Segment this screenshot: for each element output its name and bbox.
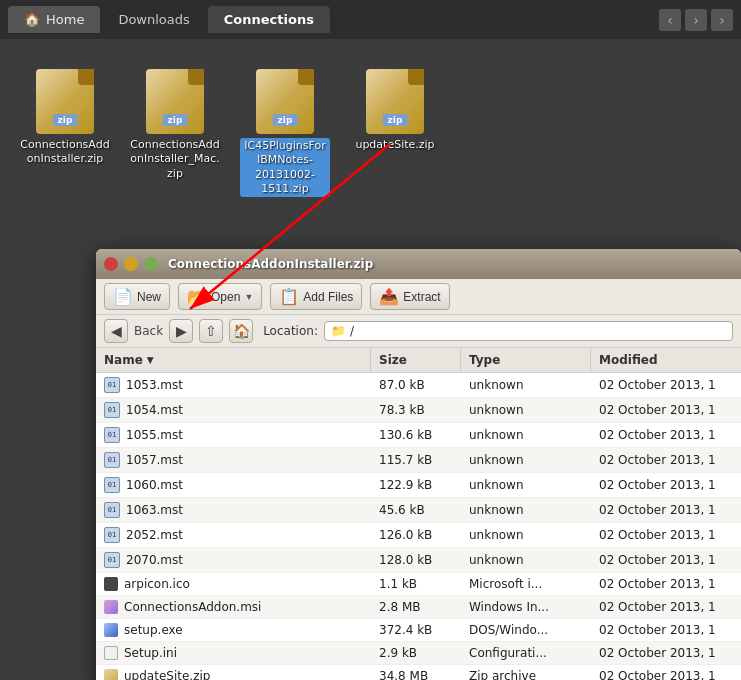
file-name: 1055.mst [126,428,183,442]
exe-file-icon [104,623,118,637]
zip-icon-4: zip [366,69,424,134]
zip-badge-1: zip [53,114,78,126]
zip-body-1: zip [36,69,94,134]
cell-size: 87.0 kB [371,374,461,396]
file-name: 2070.mst [126,553,183,567]
table-row[interactable]: 01 2052.mst 126.0 kB unknown 02 October … [96,523,741,548]
maximize-button[interactable] [144,257,158,271]
open-button[interactable]: 📂 Open ▼ [178,283,262,310]
table-row[interactable]: 01 2070.mst 128.0 kB unknown 02 October … [96,548,741,573]
extract-label: Extract [403,290,440,304]
nav-menu-arrow[interactable]: › [711,9,733,31]
zip-body-2: zip [146,69,204,134]
zip-badge-3: zip [273,114,298,126]
icon-ic45plugins[interactable]: zip IC45PluginsForIBMNotes-20131002-1511… [240,69,330,197]
file-name: ConnectionsAddon.msi [124,600,261,614]
file-name: updateSite.zip [124,669,210,680]
table-row[interactable]: ConnectionsAddon.msi 2.8 MB Windows In..… [96,596,741,619]
add-files-label: Add Files [303,290,353,304]
fm-titlebar: ConnectionsAddonInstaller.zip [96,249,741,279]
add-files-icon: 📋 [279,287,299,306]
new-button[interactable]: 📄 New [104,283,170,310]
icon-connections-addon-installer-mac[interactable]: zip ConnectionsAddonInstaller_Mac.zip [130,69,220,197]
cell-size: 1.1 kB [371,573,461,595]
col-header-name[interactable]: Name ▼ [96,348,371,372]
cell-size: 45.6 kB [371,499,461,521]
table-row[interactable]: 01 1055.mst 130.6 kB unknown 02 October … [96,423,741,448]
cell-modified: 02 October 2013, 1 [591,399,741,421]
table-row[interactable]: updateSite.zip 34.8 MB Zip archive 02 Oc… [96,665,741,680]
location-bar[interactable]: 📁 / [324,321,733,341]
tab-downloads[interactable]: Downloads [102,6,205,33]
cell-type: unknown [461,549,591,571]
cell-modified: 02 October 2013, 1 [591,549,741,571]
table-row[interactable]: 01 1060.mst 122.9 kB unknown 02 October … [96,473,741,498]
icon-connections-addon-installer[interactable]: zip ConnectionsAddonInstaller.zip [20,69,110,197]
col-header-modified[interactable]: Modified [591,348,741,372]
zip-badge-4: zip [383,114,408,126]
table-row[interactable]: arpicon.ico 1.1 kB Microsoft i... 02 Oct… [96,573,741,596]
cell-name: 01 2052.mst [96,523,371,547]
mst-file-icon: 01 [104,377,120,393]
new-label: New [137,290,161,304]
table-row[interactable]: 01 1054.mst 78.3 kB unknown 02 October 2… [96,398,741,423]
desktop: zip ConnectionsAddonInstaller.zip zip Co… [0,39,741,680]
close-button[interactable] [104,257,118,271]
cell-modified: 02 October 2013, 1 [591,642,741,664]
fm-toolbar: 📄 New 📂 Open ▼ 📋 Add Files 📤 Extract [96,279,741,315]
add-files-button[interactable]: 📋 Add Files [270,283,362,310]
location-label: Location: [263,324,318,338]
cell-modified: 02 October 2013, 1 [591,596,741,618]
tab-home[interactable]: 🏠 Home [8,6,100,33]
back-button[interactable]: ◀ [104,319,128,343]
cell-type: Microsoft i... [461,573,591,595]
cell-type: Configurati... [461,642,591,664]
location-path: / [350,324,354,338]
file-manager-window: ConnectionsAddonInstaller.zip 📄 New 📂 Op… [96,249,741,680]
file-name: 1057.mst [126,453,183,467]
extract-icon: 📤 [379,287,399,306]
cell-type: unknown [461,499,591,521]
col-header-type[interactable]: Type [461,348,591,372]
icon-updatesite[interactable]: zip updateSite.zip [350,69,440,197]
cell-name: Setup.ini [96,642,371,664]
col-header-size[interactable]: Size [371,348,461,372]
minimize-button[interactable] [124,257,138,271]
cell-name: 01 1060.mst [96,473,371,497]
fm-file-list: 01 1053.mst 87.0 kB unknown 02 October 2… [96,373,741,680]
table-row[interactable]: 01 1053.mst 87.0 kB unknown 02 October 2… [96,373,741,398]
nav-back-arrow[interactable]: ‹ [659,9,681,31]
cell-name: ConnectionsAddon.msi [96,596,371,618]
cell-size: 372.4 kB [371,619,461,641]
cell-size: 126.0 kB [371,524,461,546]
forward-button[interactable]: ▶ [169,319,193,343]
fm-title: ConnectionsAddonInstaller.zip [168,257,373,271]
cell-modified: 02 October 2013, 1 [591,665,741,680]
tab-connections[interactable]: Connections [208,6,330,33]
cell-name: 01 1057.mst [96,448,371,472]
tab-downloads-label: Downloads [118,12,189,27]
fm-navbar: ◀ Back ▶ ⇧ 🏠 Location: 📁 / [96,315,741,348]
nav-forward-arrow[interactable]: › [685,9,707,31]
home-nav-button[interactable]: 🏠 [229,319,253,343]
zip-file-icon [104,669,118,680]
table-row[interactable]: Setup.ini 2.9 kB Configurati... 02 Octob… [96,642,741,665]
table-row[interactable]: 01 1063.mst 45.6 kB unknown 02 October 2… [96,498,741,523]
table-row[interactable]: 01 1057.mst 115.7 kB unknown 02 October … [96,448,741,473]
cell-type: unknown [461,399,591,421]
mst-file-icon: 01 [104,452,120,468]
file-name: 1053.mst [126,378,183,392]
mst-file-icon: 01 [104,552,120,568]
cell-size: 2.8 MB [371,596,461,618]
cell-size: 78.3 kB [371,399,461,421]
msi-file-icon [104,600,118,614]
cell-type: Windows In... [461,596,591,618]
cell-type: Zip archive [461,665,591,680]
cell-name: 01 2070.mst [96,548,371,572]
cell-modified: 02 October 2013, 1 [591,619,741,641]
up-button[interactable]: ⇧ [199,319,223,343]
back-label: Back [134,324,163,338]
table-row[interactable]: setup.exe 372.4 kB DOS/Windo... 02 Octob… [96,619,741,642]
file-name: arpicon.ico [124,577,190,591]
extract-button[interactable]: 📤 Extract [370,283,449,310]
